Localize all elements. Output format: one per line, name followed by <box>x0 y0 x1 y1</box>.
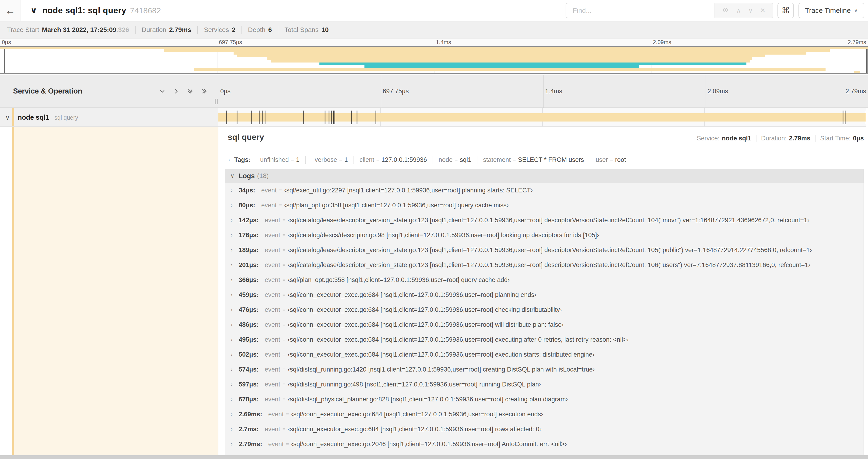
trace-page-header: ← ∨ node sql1: sql query 7418682 ∧ ∨ ✕ ⌘… <box>0 0 868 22</box>
log-expand-chevron-icon: › <box>231 366 237 373</box>
minimap-span-bar <box>268 57 752 60</box>
ruler-gridline <box>543 75 544 107</box>
find-input[interactable] <box>566 3 714 18</box>
minimap-canvas[interactable] <box>0 46 868 74</box>
tag-key: user <box>596 156 608 163</box>
log-value: ‹sql/conn_executor_exec.go:2046 [nsql1,c… <box>291 440 567 448</box>
service-operation-header: Service & Operation <box>0 75 218 107</box>
keyboard-shortcuts-button[interactable]: ⌘ <box>777 3 794 18</box>
tag-item: statement=SELECT * FROM users <box>483 156 584 163</box>
expand-one-icon[interactable] <box>173 88 180 95</box>
span-duration-bar[interactable] <box>218 113 866 122</box>
log-marker-tick <box>866 110 866 124</box>
log-row[interactable]: ›189μs:event=‹sql/catalog/lease/descript… <box>225 242 864 258</box>
log-expand-chevron-icon: › <box>231 352 237 358</box>
log-timestamp: 597μs: <box>239 381 259 388</box>
trace-stat: Duration2.79ms <box>142 26 191 34</box>
tag-value: sql1 <box>460 156 471 163</box>
logs-header[interactable]: ∨ Logs (18) <box>225 169 864 183</box>
detail-accent-background <box>14 127 218 455</box>
span-bar-lane[interactable] <box>218 108 866 127</box>
find-next-icon[interactable]: ∨ <box>748 7 753 14</box>
log-expand-chevron-icon: › <box>231 262 237 268</box>
collapse-one-icon[interactable] <box>159 88 166 95</box>
stat-value: 2.79ms <box>169 26 191 33</box>
log-row[interactable]: ›678μs:event=‹sql/distsql_physical_plann… <box>225 392 864 407</box>
log-expand-chevron-icon: › <box>231 396 237 402</box>
tag-item: user=root <box>596 156 626 163</box>
log-field-key: event <box>265 276 280 284</box>
log-marker-tick <box>265 110 265 124</box>
log-row[interactable]: ›2.69ms:event=‹sql/conn_executor_exec.go… <box>225 407 864 422</box>
tag-value: 1 <box>344 156 348 163</box>
log-expand-chevron-icon: › <box>231 426 237 432</box>
log-row[interactable]: ›459μs:event=‹sql/conn_executor_exec.go:… <box>225 287 864 302</box>
log-row[interactable]: ›486μs:event=‹sql/conn_executor_exec.go:… <box>225 317 864 332</box>
log-equals: = <box>277 202 284 208</box>
view-selector-button[interactable]: Trace Timeline ∨ <box>799 3 864 18</box>
trace-collapse-chevron-icon[interactable]: ∨ <box>30 6 37 15</box>
minimap-span-bar <box>237 55 765 57</box>
detail-header: sql query Service:node sql1Duration:2.79… <box>219 127 868 151</box>
log-row[interactable]: ›495μs:event=‹sql/conn_executor_exec.go:… <box>225 332 864 347</box>
ruler-axis-label: 2.79ms <box>845 88 866 95</box>
tags-row[interactable]: › Tags: _unfinished=1_verbose=1client=12… <box>219 151 868 167</box>
span-collapse-chevron-icon[interactable]: ∨ <box>5 113 10 121</box>
log-field-key: event <box>265 381 280 388</box>
minimap-axis-label: 1.4ms <box>436 39 451 45</box>
tag-key: _unfinished <box>257 156 289 163</box>
minimap-axis-label: 697.75μs <box>219 39 242 45</box>
log-row[interactable]: ›142μs:event=‹sql/catalog/lease/descript… <box>225 213 864 228</box>
tag-value: root <box>615 156 626 163</box>
log-row[interactable]: ›366μs:event=‹sql/plan_opt.go:358 [nsql1… <box>225 272 864 287</box>
meta-label: Start Time: <box>820 135 851 142</box>
log-row[interactable]: ›2.79ms:event=‹sql/conn_executor_exec.go… <box>225 437 864 452</box>
log-field-key: event <box>265 336 280 343</box>
expand-all-icon[interactable] <box>201 88 208 95</box>
log-expand-chevron-icon: › <box>231 292 237 298</box>
minimap-right-scrub-handle[interactable] <box>866 47 868 73</box>
log-marker-tick <box>351 110 352 124</box>
log-expand-chevron-icon: › <box>231 217 237 223</box>
log-row[interactable]: ›176μs:event=‹sql/catalog/descs/descript… <box>225 228 864 242</box>
column-resize-handle[interactable] <box>215 99 218 104</box>
back-button[interactable]: ← <box>0 0 21 21</box>
minimap-span-bar <box>194 68 826 70</box>
service-operation-title: Service & Operation <box>13 87 82 95</box>
minimap-span-bar <box>854 71 860 73</box>
tag-equals: = <box>374 157 381 163</box>
log-row[interactable]: ›80μs:event=‹sql/plan_opt.go:358 [nsql1,… <box>225 198 864 213</box>
log-value: ‹sql/conn_executor_exec.go:684 [nsql1,cl… <box>288 426 541 433</box>
find-focus-icon[interactable] <box>722 6 729 15</box>
log-marker-tick <box>259 110 260 124</box>
logs-title: Logs <box>239 172 255 180</box>
span-service-name: node sql1sql query <box>18 113 78 121</box>
log-row[interactable]: ›476μs:event=‹sql/conn_executor_exec.go:… <box>225 302 864 317</box>
log-row[interactable]: ›2.7ms:event=‹sql/conn_executor_exec.go:… <box>225 422 864 437</box>
span-detail-row: sql query Service:node sql1Duration:2.79… <box>0 127 868 455</box>
span-row-label[interactable]: ∨ node sql1sql query <box>0 108 218 127</box>
log-equals: = <box>280 262 288 268</box>
trace-stat: Services2 <box>204 26 236 34</box>
detail-meta: Service:node sql1Duration:2.79msStart Ti… <box>697 135 864 142</box>
log-row[interactable]: ›34μs:event=‹sql/exec_util.go:2297 [nsql… <box>225 183 864 198</box>
log-value: ‹sql/catalog/descs/descriptor.go:98 [nsq… <box>288 232 599 239</box>
log-value: ‹sql/conn_executor_exec.go:684 [nsql1,cl… <box>288 321 564 328</box>
minimap-left-scrub-handle[interactable] <box>4 47 5 73</box>
collapse-all-icon[interactable] <box>187 88 194 95</box>
minimap-span-bar <box>271 60 750 63</box>
stat-value: 2 <box>232 26 236 33</box>
find-clear-icon[interactable]: ✕ <box>760 7 766 14</box>
log-row[interactable]: ›597μs:event=‹sql/distsql_running.go:498… <box>225 377 864 392</box>
meta-value: node sql1 <box>722 135 751 142</box>
log-timestamp: 678μs: <box>239 396 259 403</box>
log-field-key: event <box>261 202 277 209</box>
span-color-stripe <box>12 108 14 126</box>
log-expand-chevron-icon: › <box>231 441 237 447</box>
find-prev-icon[interactable]: ∧ <box>736 7 741 14</box>
trace-title: node sql1: sql query <box>42 6 126 15</box>
log-equals: = <box>280 307 288 313</box>
log-row[interactable]: ›574μs:event=‹sql/distsql_running.go:142… <box>225 362 864 377</box>
log-row[interactable]: ›502μs:event=‹sql/conn_executor_exec.go:… <box>225 347 864 362</box>
log-row[interactable]: ›201μs:event=‹sql/catalog/lease/descript… <box>225 258 864 272</box>
